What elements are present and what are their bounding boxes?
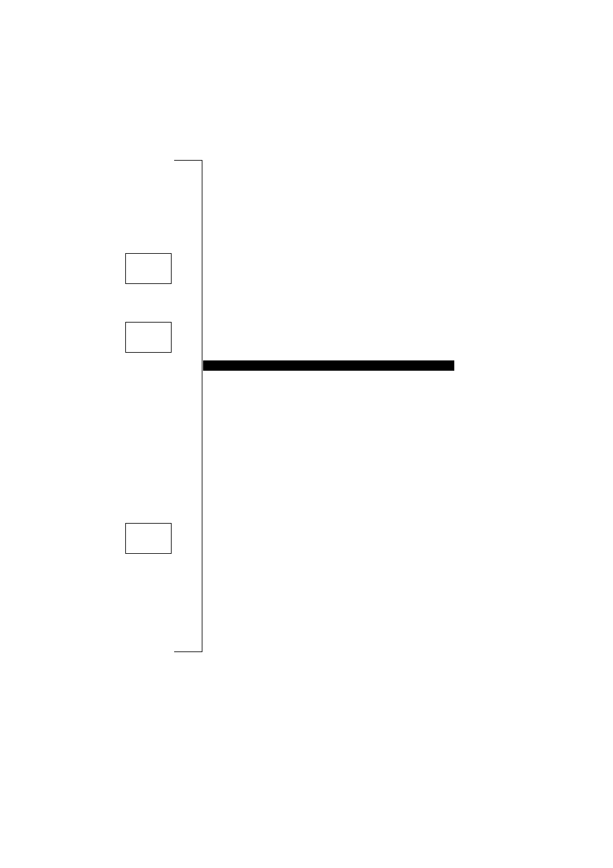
bracket-connector xyxy=(174,160,202,652)
diagram-canvas xyxy=(0,0,613,868)
box-2 xyxy=(125,322,172,353)
box-1 xyxy=(125,253,172,284)
black-bar xyxy=(203,360,454,371)
box-3 xyxy=(125,523,172,554)
